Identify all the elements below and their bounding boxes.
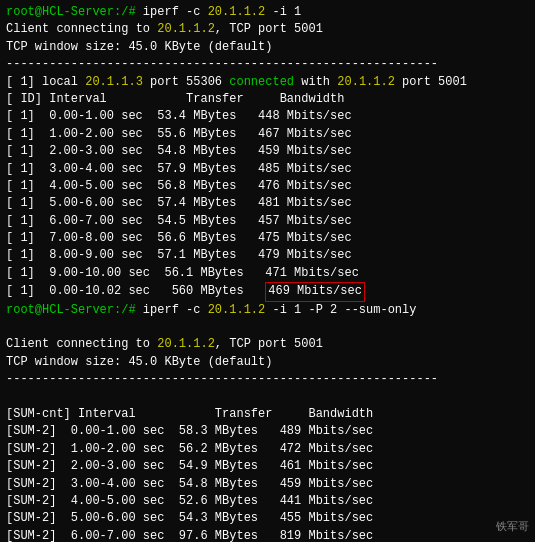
- prompt: root@HCL-Server:/#: [6, 5, 143, 19]
- bracket-id: [ 1] local: [6, 75, 85, 89]
- row-text: [ 1] 0.00-1.00 sec 53.4 MBytes 448 Mbits…: [6, 109, 352, 123]
- sum-row: [SUM-2] 3.00-4.00 sec 54.8 MBytes 459 Mb…: [6, 476, 529, 493]
- sum-row-text: [SUM-2] 3.00-4.00 sec 54.8 MBytes 459 Mb…: [6, 477, 373, 491]
- sum-row: [SUM-2] 2.00-3.00 sec 54.9 MBytes 461 Mb…: [6, 458, 529, 475]
- data-row: [ 1] 3.00-4.00 sec 57.9 MBytes 485 Mbits…: [6, 161, 529, 178]
- ip-addr-2: 20.1.1.2: [157, 337, 215, 351]
- divider-2: ----------------------------------------…: [6, 372, 438, 386]
- port-text-2: , TCP port 5001: [215, 337, 323, 351]
- row-text: [ 1] 3.00-4.00 sec 57.9 MBytes 485 Mbits…: [6, 162, 352, 176]
- with-text: with: [294, 75, 337, 89]
- sum-row-text: [SUM-2] 0.00-1.00 sec 58.3 MBytes 489 Mb…: [6, 424, 373, 438]
- terminal-line: [ 1] local 20.1.1.3 port 55306 connected…: [6, 74, 529, 91]
- data-row: [ 1] 0.00-1.00 sec 53.4 MBytes 448 Mbits…: [6, 108, 529, 125]
- row-text: [ 1] 2.00-3.00 sec 54.8 MBytes 459 Mbits…: [6, 144, 352, 158]
- local-ip: 20.1.1.3: [85, 75, 143, 89]
- command-args: -i 1: [265, 5, 301, 19]
- command-text: iperf -c: [143, 5, 208, 19]
- divider-line-2: ----------------------------------------…: [6, 371, 529, 388]
- terminal-line: TCP window size: 45.0 KByte (default): [6, 39, 529, 56]
- data-row: [ 1] 1.00-2.00 sec 55.6 MBytes 467 Mbits…: [6, 126, 529, 143]
- command-line-2: root@HCL-Server:/# iperf -c 20.1.1.2 -i …: [6, 302, 529, 319]
- cmd2-args: -i 1 -P 2 --sum-only: [265, 303, 416, 317]
- table-header: [ ID] Interval Transfer Bandwidth: [6, 91, 529, 108]
- port-text: , TCP port 5001: [215, 22, 323, 36]
- data-row: [ 1] 2.00-3.00 sec 54.8 MBytes 459 Mbits…: [6, 143, 529, 160]
- sum-row: [SUM-2] 4.00-5.00 sec 52.6 MBytes 441 Mb…: [6, 493, 529, 510]
- terminal-line: Client connecting to 20.1.1.2, TCP port …: [6, 336, 529, 353]
- data-row: [ 1] 6.00-7.00 sec 54.5 MBytes 457 Mbits…: [6, 213, 529, 230]
- row-text: [ 1] 1.00-2.00 sec 55.6 MBytes 467 Mbits…: [6, 127, 352, 141]
- terminal-line: TCP window size: 45.0 KByte (default): [6, 354, 529, 371]
- row-text: [ 1] 4.00-5.00 sec 56.8 MBytes 476 Mbits…: [6, 179, 352, 193]
- summary-row: [ 1] 0.00-10.02 sec 560 MBytes 469 Mbits…: [6, 282, 529, 301]
- terminal-window: root@HCL-Server:/# iperf -c 20.1.1.2 -i …: [0, 0, 535, 542]
- sum-row-text: [SUM-2] 2.00-3.00 sec 54.9 MBytes 461 Mb…: [6, 459, 373, 473]
- sum-row: [SUM-2] 5.00-6.00 sec 54.3 MBytes 455 Mb…: [6, 510, 529, 527]
- remote-ip: 20.1.1.2: [337, 75, 395, 89]
- row-text: [ 1] 5.00-6.00 sec 57.4 MBytes 481 Mbits…: [6, 196, 352, 210]
- remote-port: port 5001: [395, 75, 467, 89]
- header-text: [ ID] Interval Transfer Bandwidth: [6, 92, 344, 106]
- sum-row: [SUM-2] 0.00-1.00 sec 58.3 MBytes 489 Mb…: [6, 423, 529, 440]
- sum-row-text: [SUM-2] 1.00-2.00 sec 56.2 MBytes 472 Mb…: [6, 442, 373, 456]
- info-text-2: Client connecting to: [6, 337, 157, 351]
- watermark: 铁军哥: [496, 520, 529, 536]
- terminal-line: root@HCL-Server:/# iperf -c 20.1.1.2 -i …: [6, 4, 529, 21]
- blank-line-2: [6, 389, 529, 406]
- sum-row: [SUM-2] 1.00-2.00 sec 56.2 MBytes 472 Mb…: [6, 441, 529, 458]
- connected-word: connected: [229, 75, 294, 89]
- data-row: [ 1] 4.00-5.00 sec 56.8 MBytes 476 Mbits…: [6, 178, 529, 195]
- cmd2: iperf -c: [143, 303, 208, 317]
- ip-2: 20.1.1.2: [208, 303, 266, 317]
- blank-line: [6, 319, 529, 336]
- data-row: [ 1] 9.00-10.00 sec 56.1 MBytes 471 Mbit…: [6, 265, 529, 282]
- row-text: [ 1] 8.00-9.00 sec 57.1 MBytes 479 Mbits…: [6, 248, 352, 262]
- summary-prefix: [ 1] 0.00-10.02 sec 560 MBytes: [6, 284, 265, 298]
- sum-row-text: [SUM-2] 5.00-6.00 sec 54.3 MBytes 455 Mb…: [6, 511, 373, 525]
- sum-header-text: [SUM-cnt] Interval Transfer Bandwidth: [6, 407, 373, 421]
- data-row: [ 1] 7.00-8.00 sec 56.6 MBytes 475 Mbits…: [6, 230, 529, 247]
- window-info: TCP window size: 45.0 KByte (default): [6, 40, 272, 54]
- data-row: [ 1] 5.00-6.00 sec 57.4 MBytes 481 Mbits…: [6, 195, 529, 212]
- terminal-line: Client connecting to 20.1.1.2, TCP port …: [6, 21, 529, 38]
- highlighted-bandwidth: 469 Mbits/sec: [265, 282, 365, 301]
- sum-row-text: [SUM-2] 4.00-5.00 sec 52.6 MBytes 441 Mb…: [6, 494, 373, 508]
- divider-line: ----------------------------------------…: [6, 56, 529, 73]
- sum-header: [SUM-cnt] Interval Transfer Bandwidth: [6, 406, 529, 423]
- divider: ----------------------------------------…: [6, 57, 438, 71]
- data-row: [ 1] 8.00-9.00 sec 57.1 MBytes 479 Mbits…: [6, 247, 529, 264]
- window-info-2: TCP window size: 45.0 KByte (default): [6, 355, 272, 369]
- row-text: [ 1] 7.00-8.00 sec 56.6 MBytes 475 Mbits…: [6, 231, 352, 245]
- port-info: port 55306: [143, 75, 229, 89]
- ip-address: 20.1.1.2: [208, 5, 266, 19]
- row-text: [ 1] 9.00-10.00 sec 56.1 MBytes 471 Mbit…: [6, 266, 359, 280]
- sum-row-text: [SUM-2] 6.00-7.00 sec 97.6 MBytes 819 Mb…: [6, 529, 373, 542]
- row-text: [ 1] 6.00-7.00 sec 54.5 MBytes 457 Mbits…: [6, 214, 352, 228]
- info-text: Client: [6, 22, 56, 36]
- connecting-text: connecting to: [56, 22, 157, 36]
- prompt-2: root@HCL-Server:/#: [6, 303, 143, 317]
- ip-addr: 20.1.1.2: [157, 22, 215, 36]
- sum-row: [SUM-2] 6.00-7.00 sec 97.6 MBytes 819 Mb…: [6, 528, 529, 542]
